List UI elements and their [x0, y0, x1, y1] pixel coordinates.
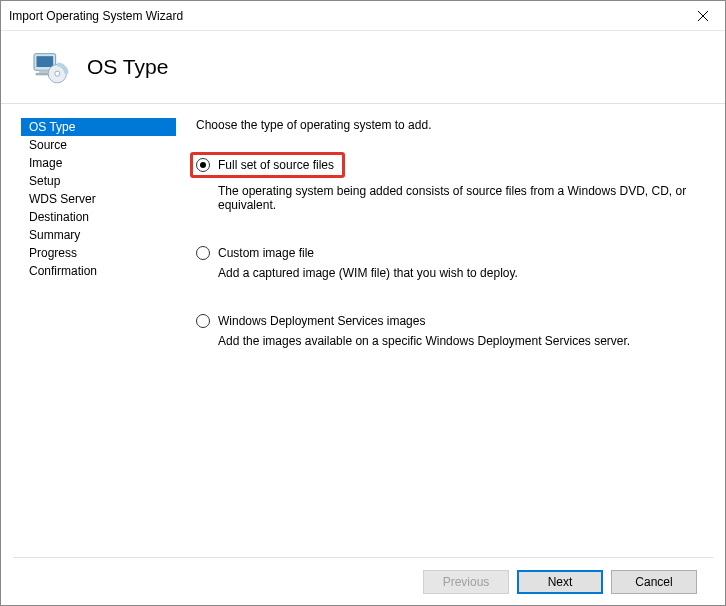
next-button[interactable]: Next	[517, 570, 603, 594]
sidebar-item-destination[interactable]: Destination	[21, 208, 176, 226]
previous-button: Previous	[423, 570, 509, 594]
page-title: OS Type	[87, 55, 168, 79]
option-full-source: Full set of source files The operating s…	[196, 152, 703, 212]
wizard-header: OS Type	[1, 31, 725, 103]
option-desc: Add a captured image (WIM file) that you…	[218, 266, 703, 280]
sidebar-item-label: Summary	[29, 228, 80, 242]
sidebar-item-label: Destination	[29, 210, 89, 224]
option-wds-images: Windows Deployment Services images Add t…	[196, 314, 703, 348]
sidebar-item-label: Confirmation	[29, 264, 97, 278]
wizard-body: OS Type Source Image Setup WDS Server De…	[1, 104, 725, 557]
sidebar-item-label: Source	[29, 138, 67, 152]
close-button[interactable]	[680, 1, 725, 31]
sidebar-item-confirmation[interactable]: Confirmation	[21, 262, 176, 280]
option-custom-image: Custom image file Add a captured image (…	[196, 246, 703, 280]
radio-custom-image[interactable]	[196, 246, 210, 260]
option-desc: The operating system being added consist…	[218, 184, 703, 212]
option-label: Full set of source files	[218, 158, 334, 172]
option-label: Custom image file	[218, 246, 314, 260]
radio-wds-images[interactable]	[196, 314, 210, 328]
cancel-button[interactable]: Cancel	[611, 570, 697, 594]
titlebar: Import Operating System Wizard	[1, 1, 725, 31]
radio-full-source[interactable]	[196, 158, 210, 172]
sidebar-item-label: WDS Server	[29, 192, 96, 206]
wizard-window: Import Operating System Wizard OS Type O…	[0, 0, 726, 606]
os-cd-icon	[29, 47, 69, 87]
wizard-sidebar: OS Type Source Image Setup WDS Server De…	[1, 118, 176, 557]
option-label: Windows Deployment Services images	[218, 314, 425, 328]
svg-point-5	[55, 71, 60, 76]
wizard-footer: Previous Next Cancel	[13, 557, 713, 605]
wizard-content: Choose the type of operating system to a…	[176, 118, 725, 557]
option-highlight: Full set of source files	[190, 152, 345, 178]
option-desc: Add the images available on a specific W…	[218, 334, 703, 348]
sidebar-item-label: Setup	[29, 174, 60, 188]
sidebar-item-source[interactable]: Source	[21, 136, 176, 154]
svg-rect-1	[37, 56, 54, 67]
sidebar-item-label: Image	[29, 156, 62, 170]
sidebar-item-label: OS Type	[29, 120, 75, 134]
close-icon	[698, 11, 708, 21]
sidebar-item-label: Progress	[29, 246, 77, 260]
sidebar-item-os-type[interactable]: OS Type	[21, 118, 176, 136]
content-prompt: Choose the type of operating system to a…	[196, 118, 703, 132]
sidebar-item-summary[interactable]: Summary	[21, 226, 176, 244]
sidebar-item-image[interactable]: Image	[21, 154, 176, 172]
sidebar-item-progress[interactable]: Progress	[21, 244, 176, 262]
sidebar-item-setup[interactable]: Setup	[21, 172, 176, 190]
window-title: Import Operating System Wizard	[9, 9, 183, 23]
sidebar-item-wds-server[interactable]: WDS Server	[21, 190, 176, 208]
